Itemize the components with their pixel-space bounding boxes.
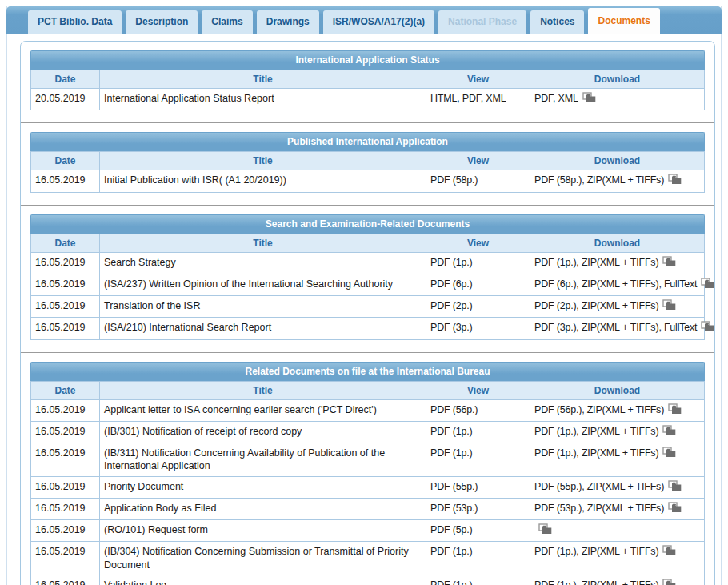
doc-title: International Application Status Report bbox=[100, 89, 426, 110]
tab-drawings[interactable]: Drawings bbox=[257, 10, 319, 34]
column-header-download: Download bbox=[530, 152, 705, 170]
column-header-title: Title bbox=[100, 152, 426, 170]
doc-date: 16.05.2019 bbox=[31, 296, 100, 318]
doc-download-links[interactable]: PDF (2p.), ZIP(XML + TIFFs) bbox=[530, 296, 705, 318]
doc-download-links[interactable]: PDF (58p.), ZIP(XML + TIFFs) bbox=[530, 170, 705, 192]
doc-download-links[interactable]: PDF (1p.), ZIP(XML + TIFFs) bbox=[530, 443, 705, 477]
documents-content: International Application Status Date Ti… bbox=[20, 41, 715, 585]
doc-download-links[interactable]: PDF (1p.), ZIP(XML + TIFFs) bbox=[530, 542, 705, 575]
copy-document-icon[interactable] bbox=[668, 403, 682, 418]
copy-document-icon[interactable] bbox=[668, 174, 682, 188]
section-header-bar: Published International Application bbox=[30, 132, 705, 151]
section-header-bar: Search and Examination-Related Documents bbox=[30, 214, 705, 234]
doc-view-links[interactable]: PDF (55p.) bbox=[426, 476, 530, 498]
doc-download-label: PDF (1p.), ZIP(XML + TIFFs) bbox=[534, 426, 658, 437]
copy-document-icon[interactable] bbox=[538, 523, 552, 538]
doc-date: 16.05.2019 bbox=[31, 274, 100, 295]
section-divider bbox=[21, 205, 714, 206]
tab-isr-wosa-a17-2-a[interactable]: ISR/WOSA/A17(2)(a) bbox=[323, 10, 434, 34]
doc-title: (IB/311) Notification Concerning Availab… bbox=[100, 443, 426, 477]
section-divider bbox=[21, 352, 714, 353]
copy-document-icon[interactable] bbox=[662, 299, 676, 314]
doc-download-links[interactable]: PDF (3p.), ZIP(XML + TIFFs), FullText bbox=[530, 318, 705, 339]
copy-document-icon[interactable] bbox=[662, 579, 676, 585]
copy-document-icon[interactable] bbox=[668, 502, 682, 516]
doc-view-links[interactable]: HTML, PDF, XML bbox=[426, 89, 530, 110]
copy-document-icon[interactable] bbox=[701, 278, 714, 292]
doc-download-links[interactable]: PDF (55p.), ZIP(XML + TIFFs) bbox=[530, 476, 705, 498]
documents-table: Date Title View Download 20.05.2019 Inte… bbox=[30, 70, 705, 110]
doc-title: Applicant letter to ISA concerning earli… bbox=[100, 399, 426, 421]
doc-title: (IB/301) Notification of receipt of reco… bbox=[100, 421, 426, 443]
doc-download-label: PDF (58p.), ZIP(XML + TIFFs) bbox=[534, 174, 664, 186]
copy-document-icon[interactable] bbox=[662, 447, 676, 461]
table-header-row: Date Title View Download bbox=[31, 70, 705, 89]
doc-download-label: PDF (2p.), ZIP(XML + TIFFs) bbox=[534, 300, 658, 311]
doc-view-links[interactable]: PDF (1p.) bbox=[426, 575, 530, 585]
column-header-download: Download bbox=[530, 381, 705, 399]
copy-document-icon[interactable] bbox=[662, 425, 676, 439]
doc-view-links[interactable]: PDF (53p.) bbox=[426, 498, 530, 519]
doc-download-links[interactable]: PDF (1p.), ZIP(XML + TIFFs) bbox=[530, 421, 705, 443]
tab-notices[interactable]: Notices bbox=[530, 10, 584, 34]
column-header-title: Title bbox=[100, 381, 426, 399]
doc-view-links[interactable]: PDF (2p.) bbox=[426, 296, 530, 318]
doc-date: 16.05.2019 bbox=[31, 575, 100, 585]
document-row: 16.05.2019 Application Body as Filed PDF… bbox=[31, 498, 705, 519]
copy-document-icon[interactable] bbox=[662, 545, 676, 559]
doc-title: Initial Publication with ISR( (A1 20/201… bbox=[100, 170, 426, 192]
doc-view-links[interactable]: PDF (6p.) bbox=[426, 274, 530, 295]
doc-download-links[interactable]: PDF (56p.), ZIP(XML + TIFFs) bbox=[530, 399, 705, 421]
doc-download-links[interactable]: PDF (1p.), ZIP(XML + TIFFs) bbox=[530, 252, 705, 274]
column-header-view: View bbox=[426, 381, 530, 399]
copy-document-icon[interactable] bbox=[701, 321, 714, 335]
document-row: 16.05.2019 Applicant letter to ISA conce… bbox=[31, 399, 705, 421]
doc-view-links[interactable]: PDF (1p.) bbox=[426, 252, 530, 274]
tab-label: PCT Biblio. Data bbox=[38, 16, 112, 27]
doc-title: Application Body as Filed bbox=[100, 498, 426, 519]
document-row: 16.05.2019 (IB/301) Notification of rece… bbox=[31, 421, 705, 443]
copy-document-icon[interactable] bbox=[582, 92, 596, 106]
column-header-view: View bbox=[426, 70, 530, 89]
tab-label: Drawings bbox=[266, 16, 310, 27]
doc-date: 16.05.2019 bbox=[31, 542, 100, 575]
doc-view-links[interactable]: PDF (58p.) bbox=[426, 170, 530, 192]
tab-bar: PCT Biblio. DataDescriptionClaimsDrawing… bbox=[6, 6, 722, 34]
doc-download-label: PDF (6p.), ZIP(XML + TIFFs), FullText bbox=[534, 278, 697, 290]
doc-download-links[interactable]: PDF (1p.), ZIP(XML + TIFFs) bbox=[530, 575, 705, 585]
document-row: 16.05.2019 Search Strategy PDF (1p.) PDF… bbox=[31, 252, 705, 274]
doc-date: 16.05.2019 bbox=[31, 170, 100, 192]
copy-document-icon[interactable] bbox=[668, 480, 682, 495]
tab-pct-biblio-data[interactable]: PCT Biblio. Data bbox=[28, 10, 122, 34]
tab-description[interactable]: Description bbox=[126, 10, 198, 34]
tab-claims[interactable]: Claims bbox=[202, 10, 252, 34]
doc-view-links[interactable]: PDF (1p.) bbox=[426, 542, 530, 575]
doc-title: (IB/304) Notification Concerning Submiss… bbox=[100, 542, 426, 575]
doc-download-label: PDF (55p.), ZIP(XML + TIFFs) bbox=[534, 481, 664, 492]
doc-date: 16.05.2019 bbox=[31, 399, 100, 421]
doc-date: 20.05.2019 bbox=[31, 89, 100, 110]
doc-view-links[interactable]: PDF (5p.) bbox=[426, 520, 530, 542]
doc-view-links[interactable]: PDF (1p.) bbox=[426, 443, 530, 477]
doc-view-links[interactable]: PDF (3p.) bbox=[426, 318, 530, 339]
doc-title: Search Strategy bbox=[100, 252, 426, 274]
doc-title: (ISA/210) International Search Report bbox=[100, 318, 426, 339]
document-row: 16.05.2019 (ISA/237) Written Opinion of … bbox=[31, 274, 705, 295]
doc-download-links[interactable]: PDF (6p.), ZIP(XML + TIFFs), FullText bbox=[530, 274, 705, 295]
doc-view-links[interactable]: PDF (1p.) bbox=[426, 421, 530, 443]
column-header-title: Title bbox=[100, 234, 426, 252]
doc-date: 16.05.2019 bbox=[31, 520, 100, 542]
column-header-date: Date bbox=[31, 70, 100, 89]
column-header-download: Download bbox=[530, 70, 705, 89]
tab-documents[interactable]: Documents bbox=[588, 8, 659, 34]
doc-view-links[interactable]: PDF (56p.) bbox=[426, 399, 530, 421]
copy-document-icon[interactable] bbox=[662, 256, 676, 270]
doc-download-links[interactable] bbox=[530, 520, 705, 542]
doc-download-label: PDF, XML bbox=[534, 93, 578, 104]
doc-download-links[interactable]: PDF, XML bbox=[530, 89, 705, 110]
column-header-date: Date bbox=[31, 234, 100, 252]
doc-download-label: PDF (1p.), ZIP(XML + TIFFs) bbox=[534, 546, 658, 557]
section-related-documents-on-file-at-the-international-bureau: Related Documents on file at the Interna… bbox=[30, 362, 705, 585]
doc-download-links[interactable]: PDF (53p.), ZIP(XML + TIFFs) bbox=[530, 498, 705, 519]
doc-date: 16.05.2019 bbox=[31, 476, 100, 498]
